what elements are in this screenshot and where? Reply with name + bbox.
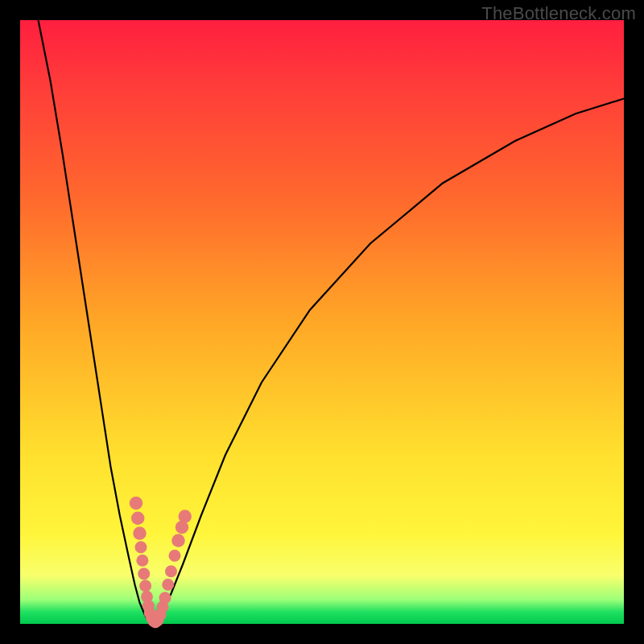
curve-right-branch	[152, 99, 625, 625]
data-marker	[165, 565, 177, 577]
data-marker	[169, 550, 181, 562]
chart-svg	[20, 20, 624, 624]
data-marker	[136, 555, 148, 567]
data-marker	[138, 568, 150, 580]
data-marker	[162, 579, 174, 591]
data-marker	[131, 512, 145, 526]
data-markers	[130, 497, 192, 629]
data-marker	[171, 534, 185, 547]
data-marker	[139, 580, 151, 592]
watermark-text: TheBottleneck.com	[481, 3, 636, 24]
data-marker	[179, 510, 192, 523]
data-marker	[130, 497, 143, 510]
plot-area	[20, 20, 624, 624]
outer-frame: TheBottleneck.com	[0, 0, 644, 644]
data-marker	[135, 541, 147, 553]
data-marker	[159, 592, 171, 604]
data-marker	[133, 526, 147, 540]
